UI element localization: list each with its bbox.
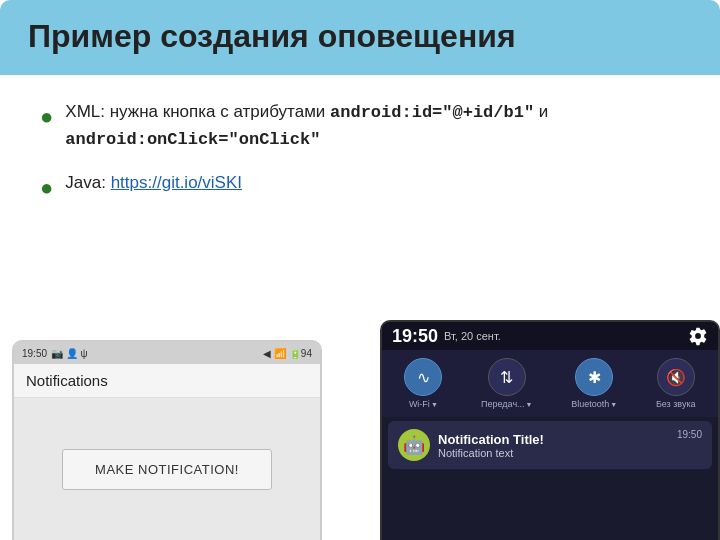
wifi-label: Wi-Fi▼ xyxy=(409,399,438,409)
phone-right-screenshot: 19:50 Вт, 20 сент. ∿ xyxy=(380,320,720,540)
notification-title: Notification Title! xyxy=(438,432,669,447)
toggle-transfer[interactable]: ⇅ Передач...▼ xyxy=(481,358,532,409)
bullet-dot-2: ● xyxy=(40,171,53,204)
notification-time: 19:50 xyxy=(677,429,702,440)
phone-left-signal: ◀ 📶 🔋94 xyxy=(263,348,312,359)
slide-content: ● XML: нужна кнопка с атрибутами android… xyxy=(0,75,720,540)
silent-circle: 🔇 xyxy=(657,358,695,396)
slide-title: Пример создания оповещения xyxy=(28,18,692,55)
wifi-circle: ∿ xyxy=(404,358,442,396)
toggle-bluetooth[interactable]: ✱ Bluetooth▼ xyxy=(571,358,617,409)
silent-icon: 🔇 xyxy=(666,368,686,387)
phone-right-statusbar-left: 19:50 Вт, 20 сент. xyxy=(392,326,501,347)
bluetooth-chevron: ▼ xyxy=(610,401,617,408)
bluetooth-circle: ✱ xyxy=(575,358,613,396)
phone-right-time: 19:50 xyxy=(392,326,438,347)
transfer-circle: ⇅ xyxy=(488,358,526,396)
bluetooth-icon: ✱ xyxy=(588,368,601,387)
transfer-label: Передач...▼ xyxy=(481,399,532,409)
phone-right-statusbar: 19:50 Вт, 20 сент. xyxy=(382,322,718,350)
bullet-dot-1: ● xyxy=(40,100,53,133)
phone-left-statusbar: 19:50 📷 👤 ψ ◀ 📶 🔋94 xyxy=(14,342,320,364)
toggle-silent[interactable]: 🔇 Без звука xyxy=(656,358,696,409)
phone-left-title: Notifications xyxy=(14,364,320,398)
bullet-text-java: Java: https://git.io/viSKI xyxy=(65,170,680,196)
android-icon: 🤖 xyxy=(398,429,430,461)
phone-right-notification: 🤖 Notification Title! Notification text … xyxy=(388,421,712,469)
transfer-icon: ⇅ xyxy=(500,368,513,387)
gear-icon xyxy=(688,326,708,346)
phone-left-statusbar-left: 19:50 📷 👤 ψ xyxy=(22,348,88,359)
java-link[interactable]: https://git.io/viSKI xyxy=(111,173,242,192)
notification-content: Notification Title! Notification text xyxy=(438,432,669,459)
toggle-wifi[interactable]: ∿ Wi-Fi▼ xyxy=(404,358,442,409)
phone-left-statusbar-right: ◀ 📶 🔋94 xyxy=(263,348,312,359)
phone-left-screenshot: 19:50 📷 👤 ψ ◀ 📶 🔋94 Notifications MAKE N… xyxy=(12,340,322,540)
bullet-text-xml: XML: нужна кнопка с атрибутами android:i… xyxy=(65,99,680,152)
phone-left-time: 19:50 xyxy=(22,348,47,359)
transfer-chevron: ▼ xyxy=(526,401,533,408)
phone-right-date: Вт, 20 сент. xyxy=(444,330,501,342)
phone-left-body: MAKE NOTIFICATION! xyxy=(14,398,320,540)
phone-right-toggles: ∿ Wi-Fi▼ ⇅ Передач...▼ xyxy=(382,350,718,417)
slide: Пример создания оповещения ● XML: нужна … xyxy=(0,0,720,540)
bullet-xml: ● XML: нужна кнопка с атрибутами android… xyxy=(40,99,680,152)
phone-right-statusbar-right xyxy=(688,326,708,346)
make-notification-button[interactable]: MAKE NOTIFICATION! xyxy=(62,449,272,490)
bluetooth-label: Bluetooth▼ xyxy=(571,399,617,409)
notification-text: Notification text xyxy=(438,447,669,459)
silent-label: Без звука xyxy=(656,399,696,409)
bullet-java: ● Java: https://git.io/viSKI xyxy=(40,170,680,204)
screenshots-row: 19:50 📷 👤 ψ ◀ 📶 🔋94 Notifications MAKE N… xyxy=(0,340,720,540)
wifi-chevron: ▼ xyxy=(431,401,438,408)
slide-header: Пример создания оповещения xyxy=(0,0,720,73)
phone-left-icons: 📷 👤 ψ xyxy=(51,348,88,359)
wifi-icon: ∿ xyxy=(417,368,430,387)
